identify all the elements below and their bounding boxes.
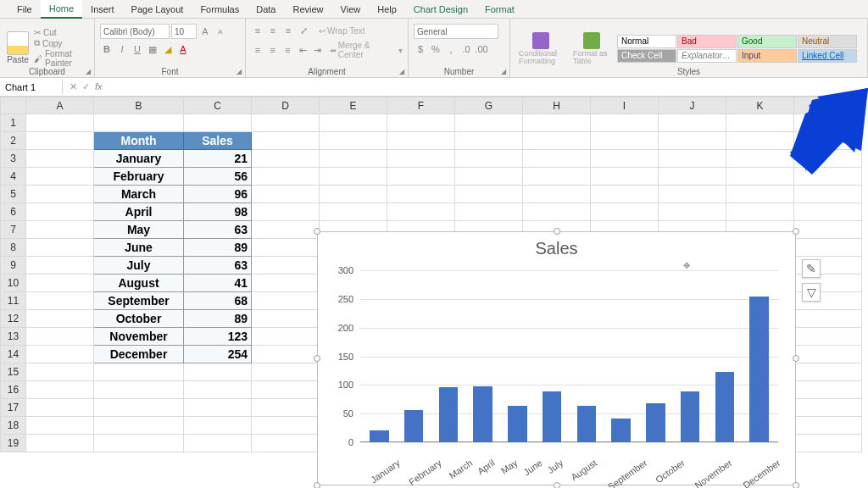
resize-handle[interactable]: [793, 228, 799, 235]
tab-review[interactable]: Review: [284, 1, 331, 18]
cell[interactable]: [252, 363, 320, 381]
cell[interactable]: [252, 346, 320, 363]
cell[interactable]: March: [94, 186, 184, 203]
cell[interactable]: [726, 168, 794, 186]
cell[interactable]: [659, 186, 726, 203]
dialog-launcher-icon[interactable]: ◢: [399, 68, 404, 75]
bar[interactable]: [749, 297, 768, 442]
cell[interactable]: [794, 310, 862, 328]
merge-center-button[interactable]: ⬌Merge & Center ▾: [330, 41, 403, 59]
column-header[interactable]: J: [659, 97, 726, 114]
spreadsheet-grid[interactable]: ABCDEFGHIJKL12MonthSales3January214Febru…: [0, 97, 868, 452]
cell[interactable]: 123: [184, 328, 252, 346]
number-format-select[interactable]: [414, 24, 498, 39]
decrease-font-icon[interactable]: A: [214, 25, 227, 38]
row-header[interactable]: 7: [1, 221, 26, 239]
increase-decimal-icon[interactable]: .0: [459, 42, 473, 56]
cell[interactable]: [794, 381, 862, 399]
cell-styles-gallery[interactable]: NormalBadGoodNeutralCheck CellExplanator…: [617, 35, 857, 63]
bar[interactable]: [473, 386, 492, 442]
style-cell[interactable]: Neutral: [798, 35, 857, 48]
cell[interactable]: [523, 203, 591, 221]
cell[interactable]: [794, 221, 862, 239]
cell[interactable]: [184, 399, 252, 417]
chart-styles-button[interactable]: ✎: [802, 259, 821, 278]
bar[interactable]: [681, 391, 699, 442]
cell[interactable]: [794, 150, 862, 168]
row-header[interactable]: 14: [1, 346, 26, 363]
cell[interactable]: [320, 132, 387, 150]
bar[interactable]: [611, 419, 630, 442]
cell[interactable]: [26, 435, 94, 452]
cell[interactable]: December: [94, 346, 184, 363]
cell[interactable]: [726, 114, 794, 132]
resize-handle[interactable]: [314, 228, 320, 235]
cell[interactable]: [94, 417, 184, 435]
cell[interactable]: [252, 132, 320, 150]
align-bottom-icon[interactable]: ≡: [281, 24, 295, 37]
cell[interactable]: Sales: [184, 132, 252, 150]
dialog-launcher-icon[interactable]: ◢: [236, 68, 242, 75]
cell[interactable]: [523, 114, 591, 132]
tab-file[interactable]: File: [8, 1, 41, 18]
column-header[interactable]: B: [94, 97, 184, 114]
cell[interactable]: Month: [94, 132, 184, 150]
cell[interactable]: [794, 168, 862, 186]
cell[interactable]: [387, 132, 455, 150]
cell[interactable]: [184, 381, 252, 399]
cell[interactable]: [523, 168, 591, 186]
conditional-formatting-button[interactable]: Conditional Formatting: [515, 30, 566, 67]
cell[interactable]: 68: [184, 292, 252, 310]
cell[interactable]: [26, 346, 94, 363]
row-header[interactable]: 17: [1, 399, 26, 417]
cell[interactable]: [252, 186, 320, 203]
cell[interactable]: [726, 132, 794, 150]
align-left-icon[interactable]: ≡: [251, 43, 264, 57]
cell[interactable]: [794, 417, 862, 435]
fill-color-button[interactable]: ◢: [161, 42, 175, 56]
style-cell[interactable]: Explanatory ...: [677, 49, 737, 63]
cell[interactable]: [252, 417, 320, 435]
cell[interactable]: [252, 328, 320, 346]
cell[interactable]: November: [94, 328, 184, 346]
cell[interactable]: [794, 132, 862, 150]
cell[interactable]: [252, 274, 320, 292]
cell[interactable]: [320, 150, 387, 168]
cell[interactable]: [252, 239, 320, 257]
row-header[interactable]: 12: [1, 310, 26, 328]
cell[interactable]: 63: [184, 257, 252, 274]
copy-button[interactable]: ⧉ Copy: [34, 38, 89, 48]
cell[interactable]: [387, 150, 455, 168]
resize-handle[interactable]: [554, 228, 560, 235]
cell[interactable]: [455, 132, 523, 150]
cell[interactable]: [659, 203, 726, 221]
cell[interactable]: [659, 132, 726, 150]
chart-filters-button[interactable]: ▽: [802, 283, 821, 302]
cell[interactable]: [252, 381, 320, 399]
bar[interactable]: [542, 391, 561, 442]
dialog-launcher-icon[interactable]: ◢: [501, 68, 506, 75]
cell[interactable]: May: [94, 221, 184, 239]
row-header[interactable]: 5: [1, 186, 26, 203]
row-header[interactable]: 8: [1, 239, 26, 257]
cell[interactable]: [591, 186, 659, 203]
cell[interactable]: 254: [184, 346, 252, 363]
column-header[interactable]: L: [794, 97, 862, 114]
fx-icon[interactable]: fx: [95, 81, 103, 92]
bar[interactable]: [439, 387, 458, 442]
wrap-text-button[interactable]: ↩Wrap Text: [319, 26, 365, 36]
style-cell[interactable]: Linked Cell: [798, 49, 857, 63]
cell[interactable]: February: [94, 168, 184, 186]
dialog-launcher-icon[interactable]: ◢: [86, 68, 91, 75]
cell[interactable]: [659, 150, 726, 168]
cell[interactable]: [387, 186, 455, 203]
cell[interactable]: [320, 203, 387, 221]
cell[interactable]: [184, 435, 252, 452]
comma-icon[interactable]: ,: [444, 42, 458, 56]
cell[interactable]: October: [94, 310, 184, 328]
cell[interactable]: [26, 221, 94, 239]
italic-button[interactable]: I: [115, 42, 129, 56]
cell[interactable]: [26, 328, 94, 346]
row-header[interactable]: 4: [1, 168, 26, 186]
font-name-select[interactable]: [100, 24, 170, 39]
